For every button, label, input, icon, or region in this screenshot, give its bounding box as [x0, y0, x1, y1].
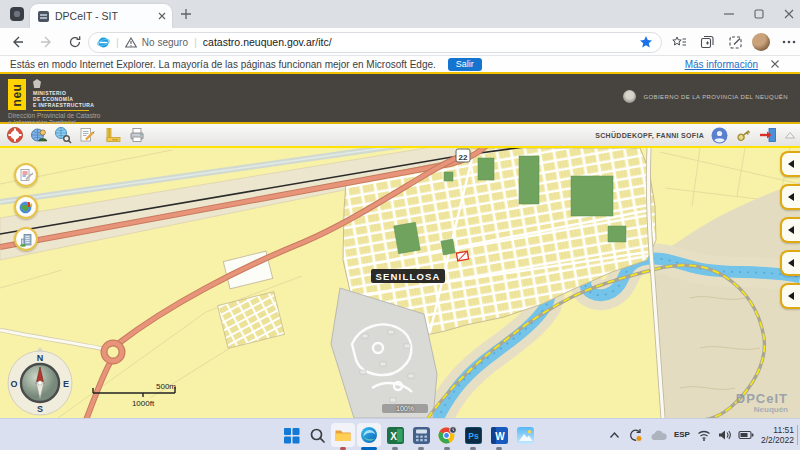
- back-icon[interactable]: [10, 35, 24, 49]
- arrow-left-icon: [788, 226, 794, 234]
- arrow-left-icon: [788, 292, 794, 300]
- refresh-icon[interactable]: [68, 35, 82, 49]
- battery-icon[interactable]: [738, 429, 754, 441]
- neu-logo-text: neu: [10, 83, 24, 106]
- system-tray: ESP 11:51 2/2/2022: [608, 419, 794, 450]
- edge-button[interactable]: [357, 423, 381, 447]
- buildings-button[interactable]: [14, 227, 38, 251]
- ie-mode-banner: Estás en modo Internet Explorer. La mayo…: [0, 56, 800, 72]
- language-indicator[interactable]: ESP: [674, 430, 690, 439]
- collections-icon[interactable]: [700, 35, 715, 50]
- town-label-text: SENILLOSA: [375, 271, 440, 282]
- panel-tab-2[interactable]: [780, 184, 800, 210]
- key-icon[interactable]: [735, 127, 752, 144]
- taskbar: X Ps W: [0, 418, 800, 450]
- favorites-bar-icon[interactable]: [672, 35, 687, 50]
- wifi-icon[interactable]: [697, 429, 711, 441]
- taskbar-center: X Ps W: [279, 423, 537, 447]
- selected-parcel[interactable]: [456, 251, 468, 261]
- panel-tab-1[interactable]: [780, 151, 800, 177]
- map-canvas[interactable]: 22 SENILLOSA N O E S: [0, 148, 800, 418]
- scale-metric-label: 500m: [156, 382, 176, 391]
- compass-o-label: O: [10, 379, 17, 389]
- measure-ruler-icon[interactable]: [104, 126, 122, 144]
- word-icon: W: [491, 427, 508, 444]
- forward-icon[interactable]: [40, 35, 54, 49]
- chrome-clock-icon: [438, 426, 457, 444]
- town-label: SENILLOSA: [371, 269, 445, 283]
- exit-ie-mode-button[interactable]: Salir: [448, 58, 482, 71]
- government-label: GOBIERNO DE LA PROVINCIA DEL NEUQUÉN: [643, 94, 788, 100]
- ie-mode-icon: [97, 36, 110, 49]
- globe-stats-button[interactable]: [14, 195, 38, 219]
- file-explorer-button[interactable]: [331, 423, 355, 447]
- photoshop-button[interactable]: Ps: [461, 423, 485, 447]
- ministry-rule: [33, 110, 89, 111]
- separator: |: [194, 36, 197, 48]
- help-lifebuoy-icon[interactable]: [6, 126, 24, 144]
- maximize-button[interactable]: [752, 7, 766, 21]
- user-avatar-icon[interactable]: [711, 127, 728, 144]
- route-22-number: 22: [459, 153, 468, 162]
- url-text[interactable]: catastro.neuquen.gov.ar/itc/: [203, 36, 639, 48]
- collapse-toolbar-icon[interactable]: [784, 131, 796, 139]
- web-capture-icon[interactable]: [728, 35, 743, 50]
- close-button[interactable]: [782, 7, 796, 21]
- favorite-star-icon[interactable]: [639, 35, 653, 49]
- user-block: SCHÜDDEKOPF, FANNI SOFIA: [595, 124, 796, 146]
- profile-avatar[interactable]: [752, 33, 770, 51]
- map-viewport[interactable]: 22 SENILLOSA N O E S: [0, 148, 800, 418]
- app-toolbar: SCHÜDDEKOPF, FANNI SOFIA: [0, 124, 800, 148]
- report-tool-button[interactable]: [14, 163, 38, 187]
- svg-text:W: W: [495, 430, 505, 441]
- compass-n-label: N: [37, 353, 44, 363]
- volume-icon[interactable]: [718, 429, 731, 441]
- report-document-icon: [19, 168, 34, 183]
- onedrive-cloud-icon[interactable]: [650, 429, 667, 441]
- site-favicon-icon: [38, 11, 49, 22]
- search-button[interactable]: [305, 423, 329, 447]
- user-admin-icon[interactable]: [30, 126, 48, 144]
- print-export-icon[interactable]: [128, 126, 146, 144]
- globe-search-icon[interactable]: [54, 126, 72, 144]
- direccion-line1: Dirección Provincial de Catastro: [8, 112, 100, 119]
- minimize-button[interactable]: [722, 7, 736, 21]
- svg-text:X: X: [390, 430, 397, 441]
- edge-icon: [360, 426, 378, 444]
- buildings-icon: [19, 232, 34, 247]
- warning-icon: [125, 37, 137, 48]
- arrow-left-icon: [788, 193, 794, 201]
- banner-close-icon[interactable]: [770, 59, 780, 69]
- chrome-clock-button[interactable]: [435, 423, 459, 447]
- search-icon: [309, 427, 326, 444]
- ministry-emblem-icon: [33, 79, 41, 88]
- hidden-icons-chevron[interactable]: [608, 430, 621, 440]
- more-info-link[interactable]: Más información: [685, 59, 758, 70]
- menu-ellipsis-icon[interactable]: [782, 40, 796, 44]
- government-block: GOBIERNO DE LA PROVINCIA DEL NEUQUÉN: [623, 90, 788, 103]
- security-label[interactable]: No seguro: [142, 37, 188, 48]
- globe-stats-icon: [19, 200, 34, 215]
- logout-icon[interactable]: [759, 127, 777, 143]
- browser-tab-strip: DPCeIT - SIT: [0, 0, 800, 28]
- new-tab-button[interactable]: [180, 8, 192, 20]
- calculator-button[interactable]: [409, 423, 433, 447]
- word-button[interactable]: W: [487, 423, 511, 447]
- scale-imperial-label: 1000ft: [132, 399, 155, 408]
- browser-navbar: | No seguro | catastro.neuquen.gov.ar/it…: [0, 28, 800, 56]
- workspace-icon[interactable]: [10, 7, 24, 21]
- sync-icon[interactable]: [628, 428, 643, 442]
- photos-button[interactable]: [513, 423, 537, 447]
- clock[interactable]: 11:51 2/2/2022: [761, 425, 794, 445]
- calculator-icon: [413, 427, 430, 444]
- address-bar[interactable]: | No seguro | catastro.neuquen.gov.ar/it…: [88, 32, 662, 53]
- start-button[interactable]: [279, 423, 303, 447]
- tab-close-icon[interactable]: [158, 12, 166, 20]
- panel-tab-4[interactable]: [780, 250, 800, 276]
- edit-report-icon[interactable]: [78, 126, 96, 144]
- excel-button[interactable]: X: [383, 423, 407, 447]
- browser-tab[interactable]: DPCeIT - SIT: [30, 4, 172, 28]
- panel-tab-5[interactable]: [780, 283, 800, 309]
- panel-tab-3[interactable]: [780, 217, 800, 243]
- compass-e-label: E: [63, 379, 69, 389]
